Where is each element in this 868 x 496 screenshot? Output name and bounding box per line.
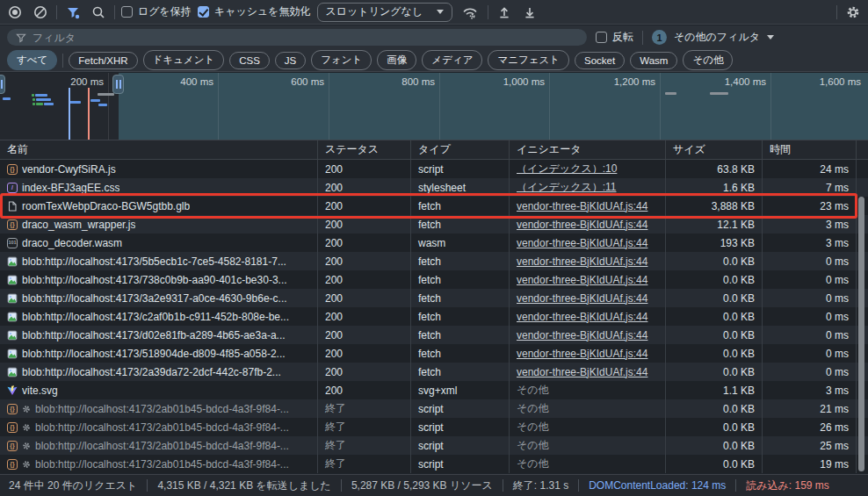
- filter-chip[interactable]: CSS: [229, 52, 270, 69]
- table-row[interactable]: blob:http://localhost:4173/5b5ecb1c-7ce5…: [0, 252, 868, 270]
- clear-button[interactable]: [31, 3, 50, 22]
- request-name-cell[interactable]: {}blob:http://localhost:4173/2ab01b45-bd…: [0, 436, 318, 455]
- filter-toggle-button[interactable]: [63, 3, 83, 22]
- initiator-cell[interactable]: vendor-three-BjKIdUAf.js:44: [510, 270, 666, 289]
- script-file-icon: {}: [7, 459, 18, 470]
- table-row[interactable]: vite.svg200svg+xmlその他1.1 KB3 ms: [0, 381, 868, 399]
- table-row[interactable]: {}vendor-CwyfSiRA.js200script（インデックス）:10…: [0, 160, 868, 178]
- initiator-link[interactable]: （インデックス）:10: [517, 162, 617, 176]
- timeline-overview[interactable]: 200 ms400 ms600 ms800 ms1,000 ms1,200 ms…: [0, 73, 868, 140]
- initiator-cell[interactable]: vendor-three-BjKIdUAf.js:44: [510, 307, 666, 326]
- table-row[interactable]: blob:http://localhost:4173/518904de-d809…: [0, 344, 868, 363]
- column-header[interactable]: ステータス: [318, 140, 411, 159]
- initiator-link[interactable]: vendor-three-BjKIdUAf.js:44: [517, 219, 647, 231]
- initiator-link[interactable]: vendor-three-BjKIdUAf.js:44: [517, 255, 647, 268]
- timeline-left-handle[interactable]: [0, 75, 5, 94]
- request-name-cell[interactable]: {}blob:http://localhost:4173/2ab01b45-bd…: [0, 418, 318, 436]
- timeline-right-handle[interactable]: [112, 75, 124, 94]
- initiator-link[interactable]: vendor-three-BjKIdUAf.js:44: [517, 237, 647, 249]
- table-row[interactable]: blob:http://localhost:4173/738c0b9b-aa90…: [0, 270, 868, 289]
- filter-chip[interactable]: Fetch/XHR: [69, 52, 137, 69]
- initiator-cell[interactable]: vendor-three-BjKIdUAf.js:44: [510, 215, 666, 234]
- more-filters-button[interactable]: 1 その他のフィルタ: [652, 30, 774, 45]
- record-icon: [8, 5, 22, 19]
- initiator-link[interactable]: vendor-three-BjKIdUAf.js:44: [517, 366, 647, 378]
- column-header[interactable]: イニシエータ: [510, 140, 666, 159]
- column-header[interactable]: サイズ: [666, 140, 763, 159]
- filter-chip[interactable]: JS: [275, 52, 306, 69]
- search-button[interactable]: [89, 3, 108, 22]
- throttling-select[interactable]: スロットリングなし: [317, 3, 453, 22]
- column-header[interactable]: 時間: [763, 140, 857, 159]
- type-cell: fetch: [411, 197, 510, 215]
- column-header[interactable]: 名前: [0, 140, 318, 159]
- request-name-cell[interactable]: blob:http://localhost:4173/2a39da72-2dcf…: [0, 363, 318, 381]
- table-row[interactable]: {}blob:http://localhost:4173/2ab01b45-bd…: [0, 455, 868, 473]
- initiator-cell[interactable]: （インデックス）:10: [510, 160, 666, 178]
- preserve-log-checkbox[interactable]: [121, 6, 133, 18]
- import-har-button[interactable]: [495, 3, 514, 22]
- column-header[interactable]: タイプ: [411, 140, 510, 159]
- initiator-link[interactable]: vendor-three-BjKIdUAf.js:44: [517, 200, 647, 212]
- network-conditions-button[interactable]: [459, 3, 481, 22]
- request-name-cell[interactable]: blob:http://localhost:4173/518904de-d809…: [0, 344, 318, 363]
- table-row[interactable]: blob:http://localhost:4173/2a39da72-2dcf…: [0, 363, 868, 381]
- request-name-cell[interactable]: blob:http://localhost:4173/5b5ecb1c-7ce5…: [0, 252, 318, 270]
- initiator-link[interactable]: vendor-three-BjKIdUAf.js:44: [517, 311, 647, 323]
- table-row[interactable]: {}blob:http://localhost:4173/2ab01b45-bd…: [0, 418, 868, 436]
- table-row[interactable]: blob:http://localhost:4173/3a2e9317-a0ce…: [0, 289, 868, 307]
- filter-chip[interactable]: フォント: [311, 50, 372, 70]
- initiator-cell[interactable]: （インデックス）:11: [510, 178, 666, 197]
- initiator-link[interactable]: （インデックス）:11: [517, 180, 616, 195]
- settings-button[interactable]: [843, 3, 863, 22]
- filter-chip[interactable]: メディア: [422, 50, 482, 70]
- table-row[interactable]: roomTexWebpDraco-BGW5gtbb.glb200fetchven…: [0, 197, 868, 215]
- table-row[interactable]: {}blob:http://localhost:4173/2ab01b45-bd…: [0, 399, 868, 418]
- initiator-cell[interactable]: vendor-three-BjKIdUAf.js:44: [510, 344, 666, 363]
- request-name-cell[interactable]: /index-BFJ3agEE.css: [0, 178, 318, 197]
- request-name-cell[interactable]: blob:http://localhost:4173/d02e81fb-a289…: [0, 326, 318, 344]
- request-name-cell[interactable]: blob:http://localhost:4173/3a2e9317-a0ce…: [0, 289, 318, 307]
- type-cell: fetch: [411, 252, 510, 270]
- request-name-cell[interactable]: {}blob:http://localhost:4173/2ab01b45-bd…: [0, 455, 318, 473]
- record-button[interactable]: [5, 3, 25, 22]
- filter-chip[interactable]: マニフェスト: [488, 50, 569, 70]
- filter-chip[interactable]: ドキュメント: [143, 50, 225, 70]
- filter-chip[interactable]: 画像: [377, 50, 416, 70]
- initiator-cell[interactable]: vendor-three-BjKIdUAf.js:44: [510, 289, 666, 307]
- disable-cache-checkbox[interactable]: [198, 6, 209, 18]
- initiator-link[interactable]: vendor-three-BjKIdUAf.js:44: [517, 274, 647, 286]
- vertical-scrollbar[interactable]: [858, 197, 864, 471]
- initiator-cell[interactable]: vendor-three-BjKIdUAf.js:44: [510, 197, 666, 215]
- timeline-request-bar: [33, 103, 35, 105]
- request-name-cell[interactable]: blob:http://localhost:4173/738c0b9b-aa90…: [0, 270, 318, 289]
- filter-chip[interactable]: Socket: [575, 52, 625, 69]
- table-row[interactable]: blob:http://localhost:4173/d02e81fb-a289…: [0, 326, 868, 344]
- filter-input[interactable]: [33, 32, 578, 44]
- filter-chip[interactable]: Wasm: [630, 52, 677, 69]
- initiator-cell[interactable]: vendor-three-BjKIdUAf.js:44: [510, 234, 666, 252]
- request-name-cell[interactable]: 101draco_decoder.wasm: [0, 234, 318, 252]
- table-row[interactable]: {}blob:http://localhost:4173/2ab01b45-bd…: [0, 436, 868, 455]
- table-row[interactable]: blob:http://localhost:4173/c2af0b1b-c911…: [0, 307, 868, 326]
- request-name-cell[interactable]: vite.svg: [0, 381, 318, 399]
- request-name-cell[interactable]: {}blob:http://localhost:4173/2ab01b45-bd…: [0, 399, 318, 418]
- initiator-cell[interactable]: vendor-three-BjKIdUAf.js:44: [510, 252, 666, 270]
- table-row[interactable]: {}draco_wasm_wrapper.js200fetchvendor-th…: [0, 215, 868, 234]
- table-row[interactable]: /index-BFJ3agEE.css200stylesheet（インデックス）…: [0, 178, 868, 197]
- initiator-cell[interactable]: vendor-three-BjKIdUAf.js:44: [510, 326, 666, 344]
- request-name-cell[interactable]: blob:http://localhost:4173/c2af0b1b-c911…: [0, 307, 318, 326]
- table-row[interactable]: 101draco_decoder.wasm200wasmvendor-three…: [0, 234, 868, 252]
- invert-filter-checkbox[interactable]: [596, 32, 607, 43]
- request-name-cell[interactable]: {}vendor-CwyfSiRA.js: [0, 160, 318, 178]
- filter-chip[interactable]: すべて: [7, 50, 57, 70]
- request-name-cell[interactable]: {}draco_wasm_wrapper.js: [0, 215, 318, 234]
- timeline-gridline: [549, 73, 550, 140]
- initiator-link[interactable]: vendor-three-BjKIdUAf.js:44: [517, 348, 647, 360]
- initiator-link[interactable]: vendor-three-BjKIdUAf.js:44: [517, 292, 647, 305]
- request-name-cell[interactable]: roomTexWebpDraco-BGW5gtbb.glb: [0, 197, 318, 215]
- initiator-link[interactable]: vendor-three-BjKIdUAf.js:44: [517, 329, 647, 341]
- export-har-button[interactable]: [520, 3, 539, 22]
- initiator-cell[interactable]: vendor-three-BjKIdUAf.js:44: [510, 363, 666, 381]
- filter-chip[interactable]: その他: [683, 50, 733, 70]
